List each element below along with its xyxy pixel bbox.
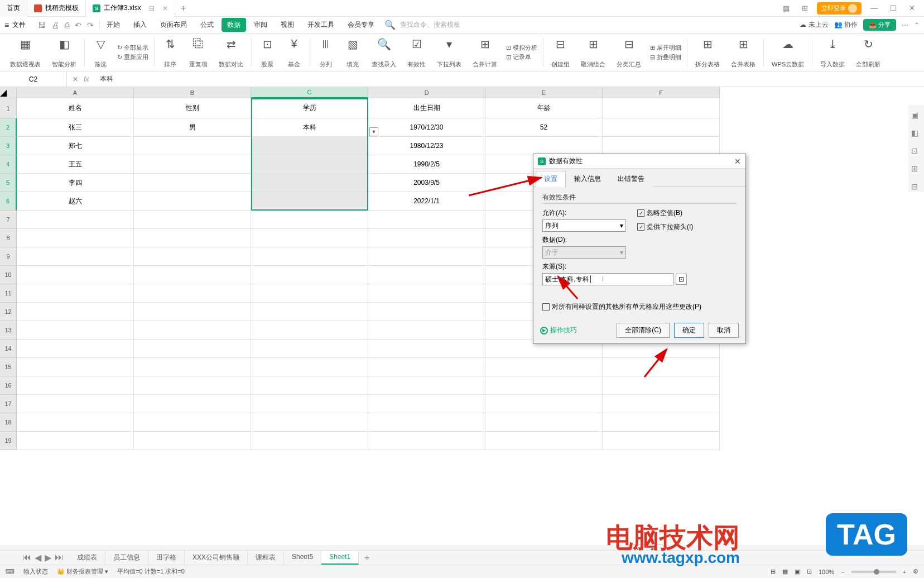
row-header[interactable]: 2 [0,118,17,137]
minimize-button[interactable]: — [867,4,881,12]
row-header[interactable]: 13 [0,321,17,340]
cell[interactable]: 姓名 [17,98,134,118]
menu-item[interactable]: 插入 [128,18,152,32]
cell[interactable] [251,432,368,450]
ribbon-smart-analysis[interactable]: ◧智能分析 [47,36,81,69]
cell[interactable] [368,303,485,321]
apply-all-checkbox[interactable]: 对所有同样设置的其他所有单元格应用这些更改(P) [542,302,737,312]
ribbon-fill[interactable]: ▧填充 [340,36,365,69]
cell[interactable] [485,413,603,432]
tab-home[interactable]: 首页 [0,0,27,17]
settings-icon[interactable]: ⚙ [913,568,918,575]
range-picker-button[interactable]: ⊡ [676,274,687,285]
cell[interactable] [368,432,485,450]
reapply[interactable]: ↻ 重新应用 [117,53,148,61]
dialog-titlebar[interactable]: S 数据有效性 ✕ [533,154,745,169]
cell[interactable] [368,376,485,395]
row-header[interactable]: 16 [0,376,17,395]
undo-icon[interactable]: ↶ [75,21,81,30]
ok-button[interactable]: 确定 [674,323,704,338]
sheet-nav-next[interactable]: ▶ [45,552,51,563]
zoom-in[interactable]: + [903,569,906,575]
ribbon-split-col[interactable]: ⫼分列 [314,36,338,69]
spreadsheet[interactable]: ◢ ABCDEF 12345678910111213141516171819 姓… [0,87,924,545]
ribbon-lookup[interactable]: 🔍查找录入 [367,36,401,69]
row-header[interactable]: 5 [0,174,17,192]
row-header[interactable]: 18 [0,413,17,432]
column-header[interactable]: E [485,87,603,98]
sheet-tab[interactable]: 成绩表 [69,551,105,565]
column-header[interactable]: D [368,87,485,98]
cell[interactable] [251,137,368,155]
cell[interactable] [251,247,368,266]
row-header[interactable]: 19 [0,432,17,450]
column-header[interactable]: A [17,87,134,98]
sheet-tab[interactable]: Sheet5 [284,551,321,565]
side-icon[interactable]: ⊟ [911,182,921,192]
view-icon[interactable]: ⊞ [771,568,776,575]
side-icon[interactable]: ▣ [911,111,921,121]
view-icon[interactable]: ▣ [795,568,800,575]
cell[interactable] [134,284,251,303]
cell[interactable] [17,358,134,376]
ribbon-refresh[interactable]: ↻全部刷新 [851,36,885,69]
side-icon[interactable]: ⊞ [911,164,921,174]
file-menu[interactable]: ≡文件 [4,20,31,30]
side-icon[interactable]: ⊡ [911,146,921,156]
row-header[interactable]: 15 [0,358,17,376]
maximize-button[interactable]: ☐ [887,4,900,12]
sheet-tab[interactable]: Sheet1 [321,551,359,565]
sheet-tab[interactable]: 员工信息 [105,551,148,565]
cell[interactable] [17,303,134,321]
cell[interactable] [368,266,485,284]
cell[interactable] [17,376,134,395]
cell[interactable] [134,358,251,376]
sheet-tab[interactable]: 田字格 [148,551,185,565]
more-icon[interactable]: ⋯ [902,21,908,29]
cell[interactable] [17,211,134,229]
sheet-nav-prev[interactable]: ◀ [35,552,41,563]
cell[interactable] [251,413,368,432]
menu-item[interactable]: 页面布局 [155,18,192,32]
grid-icon[interactable]: ▦ [779,4,793,12]
cell[interactable] [251,376,368,395]
cell[interactable]: 李四 [17,174,134,192]
tab-templates[interactable]: 找稻壳模板 [27,0,86,17]
cell[interactable] [134,247,251,266]
ribbon-split-table[interactable]: ⊞拆分表格 [691,36,724,69]
cell[interactable] [368,247,485,266]
cell[interactable] [134,266,251,284]
simulate[interactable]: ⊡ 模拟分析 [506,44,537,52]
close-icon[interactable]: ✕ [162,4,168,12]
menu-item[interactable]: 视图 [275,18,300,32]
cell[interactable]: 出生日期 [368,98,485,118]
ribbon-merge-table[interactable]: ⊞合并表格 [726,36,760,69]
select-all-corner[interactable]: ◢ [0,87,17,98]
dialog-tab-error[interactable]: 出错警告 [609,171,653,187]
cell[interactable] [368,358,485,376]
keyboard-icon[interactable]: ⌨ [6,568,15,575]
cancel-button[interactable]: 取消 [709,323,739,338]
sheet-tab[interactable]: XXX公司销售额 [185,551,248,565]
collapse[interactable]: ⊟ 折叠明细 [650,53,681,61]
cell[interactable] [368,211,485,229]
ribbon-import[interactable]: ⤓导入数据 [816,36,849,69]
cell[interactable] [251,340,368,358]
menu-item[interactable]: 开发工具 [302,18,340,32]
cell[interactable] [251,321,368,340]
cell[interactable] [134,432,251,450]
cell[interactable] [134,395,251,413]
cell[interactable] [251,192,368,211]
cell[interactable] [17,321,134,340]
preview-icon[interactable]: ⎙ [65,21,69,30]
menu-item[interactable]: 开始 [101,18,126,32]
ribbon-subtotal[interactable]: ⊟分类汇总 [612,36,646,69]
record[interactable]: ⊡ 记录单 [506,53,537,61]
template-link[interactable]: 👑 财务报表管理 ▾ [57,567,108,576]
share-button[interactable]: 📤 分享 [863,19,896,31]
cell[interactable]: 2003/9/5 [368,174,485,192]
dropdown-handle[interactable]: ▼ [369,127,378,136]
cell[interactable]: 2022/1/1 [368,192,485,211]
cell[interactable] [603,376,720,395]
search-placeholder[interactable]: 查找命令、搜索模板 [400,20,460,30]
